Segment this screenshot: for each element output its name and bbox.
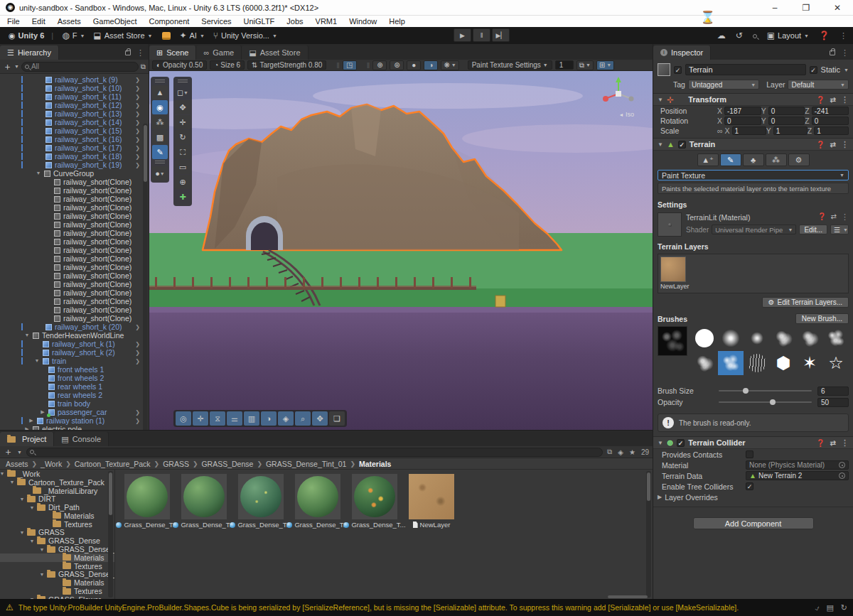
terrain-component-header[interactable]: ▼ ▲ ✓ Terrain ❓ ⇄ ⋮ — [653, 138, 853, 151]
foldout-icon[interactable]: ▼ — [29, 539, 35, 544]
foldout-icon[interactable]: ▼ — [19, 530, 25, 535]
open-prefab-icon[interactable]: ❯ — [135, 77, 140, 83]
favorites-icon[interactable]: ★ — [629, 448, 635, 456]
open-prefab-icon[interactable]: ❯ — [135, 128, 140, 134]
project-folder-item[interactable]: Textures — [0, 587, 114, 595]
audio-button[interactable]: ● — [407, 60, 421, 70]
edit-terrain-layers-button[interactable]: ⚙ Edit Terrain Layers... — [762, 297, 849, 308]
breadcrumb-item[interactable]: _Work — [41, 460, 62, 468]
more-menu-icon[interactable]: ⋮ — [839, 31, 847, 40]
project-folder-item[interactable]: _MaterialLibrary — [0, 487, 114, 495]
brush-preview-dropdown[interactable]: ●▼ — [152, 166, 168, 180]
layers-icon[interactable]: ❏ — [329, 411, 345, 426]
project-folder-item[interactable]: Materials — [0, 553, 114, 562]
foldout-icon[interactable]: ▼ — [39, 547, 45, 552]
project-folder-item[interactable]: ▼DIRT — [0, 495, 114, 503]
chevron-down-icon[interactable]: ▼ — [17, 450, 22, 455]
tab-scene[interactable]: ⊞ Scene — [149, 45, 196, 60]
foldout-icon[interactable]: ▼ — [19, 497, 25, 502]
open-prefab-icon[interactable]: ❯ — [135, 145, 140, 151]
foldout-icon[interactable]: ▶ — [28, 418, 34, 423]
open-prefab-icon[interactable]: ❯ — [135, 111, 140, 117]
paint-tool-icon[interactable]: ◉ — [152, 100, 168, 114]
hierarchy-item[interactable]: ▶passenger_car❯ — [0, 408, 149, 416]
scene-viewport[interactable]: ▲ ◉ ⁂ ▩ ✎ ●▼ ◻▼ ✥ ✛ ↻ ⛶ ▭ ⊕ ✚ ◎ ✛ ⧖ ⚌ ▥ … — [149, 71, 653, 430]
tab-project[interactable]: Project — [0, 432, 54, 446]
paint-texture-settings-dropdown[interactable]: Paint Texture Settings▼ — [468, 60, 552, 70]
layer-dropdown[interactable]: Default▼ — [788, 80, 849, 90]
foldout-icon[interactable]: ▼ — [24, 333, 30, 337]
edit-shader-button[interactable]: Edit... — [799, 225, 827, 234]
menu-gameobject[interactable]: GameObject — [93, 17, 137, 26]
object-picker-icon[interactable] — [839, 462, 845, 468]
shader-dropdown[interactable]: Universal Render Pipe▼ — [712, 225, 796, 234]
brush-option[interactable] — [797, 326, 822, 350]
mute-notifications-icon[interactable]: ⍻ — [815, 603, 819, 612]
step-button[interactable]: ▶▏ — [492, 28, 510, 42]
hierarchy-search-input[interactable]: All — [21, 62, 139, 72]
provides-contacts-checkbox[interactable] — [746, 450, 753, 458]
terrain-layers-box[interactable]: NewLayer — [658, 254, 849, 293]
panel-menu-icon[interactable]: ⋮ — [136, 48, 144, 58]
foldout-icon[interactable]: ▼ — [36, 171, 41, 175]
brush-option[interactable] — [771, 326, 796, 350]
hierarchy-item[interactable]: railway_short(Clone) — [0, 220, 149, 229]
lighting-button[interactable]: ⊛ — [390, 60, 404, 70]
hierarchy-item[interactable]: railway_short(Clone) — [0, 280, 149, 288]
move-tool-icon[interactable]: ✛ — [175, 115, 191, 129]
project-folder-item[interactable]: ▼GRASS_Dense_ — [0, 571, 114, 579]
transform-position-z-field[interactable]: -241 — [812, 107, 849, 115]
hierarchy-item[interactable]: rear wheels 2 — [0, 391, 149, 399]
asset-store-dropdown[interactable]: ⬓ Asset Store ▼ — [93, 31, 152, 40]
foldout-icon[interactable]: ▼ — [0, 471, 5, 476]
transform-rotation-z-field[interactable]: 0 — [812, 117, 849, 125]
effects-button[interactable]: ◑ — [424, 60, 438, 70]
menu-file[interactable]: File — [7, 17, 20, 26]
hierarchy-item[interactable]: railway_short_k (14)❯ — [0, 118, 149, 126]
hierarchy-item[interactable]: railway_short_k (17)❯ — [0, 144, 149, 152]
open-prefab-icon[interactable]: ❯ — [135, 119, 140, 126]
brush-option[interactable] — [823, 326, 849, 350]
thumbnail-size-slider[interactable] — [608, 595, 648, 598]
console-status-icon[interactable]: ▤ — [826, 603, 833, 612]
component-menu-icon[interactable]: ⋮ — [841, 95, 849, 104]
material-menu-icon[interactable]: ⋮ — [841, 212, 849, 222]
asset-thumbnail[interactable] — [295, 474, 340, 519]
lock-icon[interactable] — [125, 50, 131, 55]
hierarchy-item[interactable]: railway_short_k (13)❯ — [0, 109, 149, 118]
transform-position-y-field[interactable]: 0 — [768, 107, 805, 115]
paint-trees-icon[interactable]: ♣ — [743, 153, 764, 166]
open-prefab-icon[interactable]: ❯ — [135, 341, 140, 347]
menu-unigltf[interactable]: UniGLTF — [244, 17, 275, 26]
asset-item[interactable]: NewLayer — [404, 474, 458, 529]
hierarchy-item[interactable]: railway_short(Clone) — [0, 178, 149, 186]
hierarchy-item[interactable]: railway_short_k (16)❯ — [0, 135, 149, 144]
asset-thumbnail[interactable] — [181, 474, 227, 519]
project-folder-item[interactable]: ▼GRASS — [0, 529, 114, 537]
package-manager-icon[interactable] — [162, 32, 171, 40]
visibility-dropdown[interactable]: ❋▼ — [441, 60, 458, 70]
menu-vrm1[interactable]: VRM1 — [316, 17, 338, 26]
static-dropdown-icon[interactable]: ▼ — [844, 67, 849, 72]
foldout-icon[interactable]: ▼ — [9, 480, 15, 485]
foldout-icon[interactable]: ▶ — [658, 494, 662, 500]
layout-dropdown[interactable]: ▣ Layout ▼ — [767, 31, 809, 40]
hierarchy-item[interactable]: railway_short_k (11)❯ — [0, 92, 149, 101]
asset-thumbnail[interactable] — [409, 474, 454, 519]
grid-snap-dropdown[interactable]: ⧉▼ — [576, 60, 594, 70]
open-prefab-icon[interactable]: ❯ — [135, 85, 140, 92]
static-checkbox[interactable]: ✓ — [810, 66, 817, 74]
close-button[interactable]: ✕ — [822, 3, 853, 13]
component-menu-icon[interactable]: ⋮ — [841, 140, 849, 149]
brush-size-slider[interactable] — [719, 390, 812, 391]
move-overlay-icon[interactable]: ✛ — [193, 411, 208, 426]
hierarchy-item[interactable]: railway_short(Clone) — [0, 306, 149, 314]
open-prefab-icon[interactable]: ❯ — [135, 350, 140, 356]
brush-option[interactable] — [692, 326, 717, 350]
project-tree-scrollbar[interactable] — [108, 471, 113, 598]
brush-option[interactable]: ☆ — [823, 351, 849, 375]
brush-option[interactable] — [718, 351, 744, 375]
transform-scale-z-field[interactable]: 1 — [814, 126, 849, 135]
transform-tool-icon[interactable]: ⊕ — [175, 175, 191, 189]
foldout-icon[interactable]: ▼ — [34, 358, 40, 363]
